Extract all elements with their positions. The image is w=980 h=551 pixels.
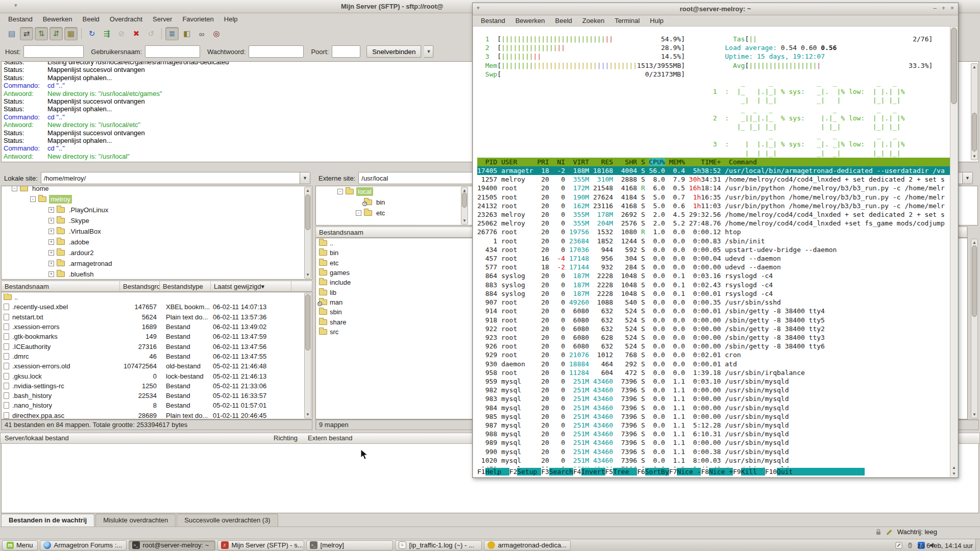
find-files-icon[interactable]: ◎: [210, 27, 223, 40]
tree-item-home[interactable]: -home: [2, 186, 312, 194]
tab-2[interactable]: Mislukte overdrachten: [95, 514, 176, 527]
filter-icon[interactable]: ≣: [165, 27, 179, 40]
menu-bewerken[interactable]: Bewerken: [39, 14, 77, 24]
minimize-button[interactable]: –: [933, 5, 937, 12]
expand-icon[interactable]: +: [48, 218, 54, 223]
password-input[interactable]: [249, 45, 304, 58]
synchronized-browsing-icon[interactable]: ∞: [195, 27, 208, 40]
close-button[interactable]: ×: [950, 5, 954, 12]
menu-help[interactable]: Help: [220, 14, 242, 24]
disconnect-icon[interactable]: ✖: [130, 27, 143, 40]
queue-column[interactable]: Richting: [274, 434, 298, 442]
local-file-list[interactable]: ...recently-used.xbel147657XBEL bookm...…: [1, 292, 312, 419]
tab-1[interactable]: Bestanden in de wachtrij: [1, 514, 94, 527]
local-list-scrollbar[interactable]: ▼: [304, 293, 311, 418]
terminal-menu-bewerken[interactable]: Bewerken: [511, 16, 549, 26]
queue-column[interactable]: Extern bestand: [308, 434, 352, 442]
table-row[interactable]: netstart.txt5624Plain text do...06-02-11…: [2, 312, 312, 322]
expand-icon[interactable]: +: [48, 229, 54, 234]
table-row[interactable]: .gtk-bookmarks149Bestand06-02-11 13:47:5…: [2, 332, 312, 341]
toggle-local-tree-icon[interactable]: ⇅: [35, 27, 48, 40]
table-row[interactable]: .xsession-errors.old107472564old-bestand…: [2, 361, 312, 371]
mouse-icon[interactable]: [906, 542, 914, 549]
menu-overdracht[interactable]: Overdracht: [106, 14, 146, 24]
table-row[interactable]: .xsession-errors1689Bestand06-02-11 13:4…: [2, 322, 312, 332]
tree-item-bluefish[interactable]: +.bluefish: [2, 269, 312, 280]
column-header-bestandsgro[interactable]: Bestandsgro: [120, 281, 160, 291]
terminal-menu-beeld[interactable]: Beeld: [551, 16, 576, 26]
tree-item-armagetronad[interactable]: +.armagetronad: [2, 258, 312, 269]
terminal-menu-bestand[interactable]: Bestand: [477, 16, 509, 26]
local-tree-pane[interactable]: -home-melroy+.PlayOnLinux+.Skype+.Virtua…: [1, 186, 312, 280]
username-input[interactable]: [145, 45, 200, 58]
expand-icon[interactable]: +: [48, 261, 54, 266]
pane-splitter[interactable]: [312, 169, 315, 432]
quickconnect-dropdown-icon[interactable]: ▼: [424, 45, 433, 58]
expand-icon[interactable]: +: [48, 239, 54, 245]
terminal-body[interactable]: 1 [|||||||||||||||||||||||||||| 54.9%] T…: [473, 27, 958, 477]
taskbar-window-button[interactable]: ZMijn Server (SFTP) - s...: [217, 540, 304, 550]
column-header-laatst-gewijzigd[interactable]: Laatst gewijzigd ▾: [211, 281, 291, 291]
terminal-menu-hulp[interactable]: Hulp: [646, 16, 668, 26]
local-tree-scrollbar[interactable]: ▲▼: [304, 187, 311, 279]
collapse-icon[interactable]: -: [337, 189, 343, 194]
menu-favorieten[interactable]: Favorieten: [178, 14, 217, 24]
maximize-button[interactable]: +: [942, 5, 945, 12]
queue-column[interactable]: Server/lokaal bestand: [5, 434, 69, 442]
taskbar-window-button[interactable]: >_[melroy]: [306, 540, 393, 550]
menu-beeld[interactable]: Beeld: [79, 14, 104, 24]
quickconnect-button[interactable]: Snelverbinden: [366, 45, 421, 58]
tree-item-ardour2[interactable]: +.ardour2: [2, 247, 312, 258]
terminal-scrollbar[interactable]: ▲ ▼: [950, 27, 958, 477]
collapse-icon[interactable]: -: [356, 210, 361, 216]
port-input[interactable]: [332, 45, 360, 58]
refresh-icon[interactable]: ↻: [85, 27, 99, 40]
chevron-down-icon[interactable]: ▼: [962, 172, 972, 184]
tree-item-adobe[interactable]: +.adobe: [2, 237, 312, 247]
table-row[interactable]: .nano_history8Bestand05-02-11 01:57:01: [2, 400, 312, 410]
table-row[interactable]: .bash_history22534Bestand05-02-11 16:33:…: [2, 391, 312, 400]
menu-server[interactable]: Server: [149, 14, 176, 24]
remote-list-scrollbar[interactable]: ▲ ▼: [971, 239, 978, 418]
column-header-bestandstype[interactable]: Bestandstype: [160, 281, 211, 291]
site-manager-icon[interactable]: ▤: [5, 27, 18, 40]
table-row[interactable]: .dmrc46Bestand06-02-11 13:47:55: [2, 352, 312, 361]
toggle-queue-icon[interactable]: ▦: [64, 27, 78, 40]
expand-icon[interactable]: +: [48, 207, 54, 213]
toggle-remote-tree-icon[interactable]: ⇵: [50, 27, 63, 40]
table-row[interactable]: .gksu.lock0lock-bestand05-02-11 21:46:13: [2, 371, 312, 381]
window-menu-caret-icon[interactable]: ▾: [14, 2, 17, 9]
menu-bestand[interactable]: Bestand: [4, 14, 37, 24]
table-row[interactable]: .recently-used.xbel147657XBEL bookm...06…: [2, 302, 312, 312]
local-site-combo[interactable]: /home/melroy/ ▼: [41, 172, 310, 184]
expand-icon[interactable]: +: [48, 271, 54, 277]
table-row[interactable]: .ICEauthority27316Bestand06-02-11 13:47:…: [2, 341, 312, 351]
table-row[interactable]: .nvidia-settings-rc1250Bestand05-02-11 2…: [2, 381, 312, 391]
terminal-menu-zoeken[interactable]: Zoeken: [578, 16, 608, 26]
process-queue-icon[interactable]: ⇶: [100, 27, 113, 40]
tree-item-PlayOnLinux[interactable]: +.PlayOnLinux: [2, 205, 312, 215]
edit-icon[interactable]: [895, 542, 902, 549]
host-input[interactable]: [23, 45, 84, 58]
htop-function-bar[interactable]: F1Help F2Setup F3SearchF4InvertF5Tree F6…: [473, 467, 950, 476]
taskbar-window-button[interactable]: Armagetron Forums :...: [40, 540, 127, 550]
tab-3[interactable]: Succesvolle overdrachten (3): [177, 514, 278, 527]
chevron-down-icon[interactable]: ▼: [300, 172, 310, 184]
table-row[interactable]: ..: [2, 292, 312, 302]
log-scrollbar[interactable]: ▲ ▼: [971, 63, 978, 160]
terminal-menu-terminal[interactable]: Terminal: [610, 16, 644, 26]
menu-button[interactable]: m Menu: [2, 540, 38, 550]
directory-comparison-icon[interactable]: ◧: [180, 27, 193, 40]
terminal-titlebar[interactable]: ▾ root@server-melroy: ~ – + ×: [473, 3, 958, 15]
tree-item-VirtualBox[interactable]: +.VirtualBox: [2, 226, 312, 237]
clock[interactable]: zo 6 feb, 14:14 uur: [918, 539, 973, 551]
taskbar-window-button[interactable]: armagetronad-dedica...: [484, 540, 571, 550]
table-row[interactable]: directhex.ppa.asc28689Plain text do...01…: [2, 411, 312, 419]
collapse-icon[interactable]: -: [30, 196, 36, 202]
expand-icon[interactable]: +: [48, 250, 54, 256]
show-desktop-button[interactable]: [975, 539, 980, 551]
taskbar-window-button[interactable]: >_root@server-melroy: ~: [129, 540, 215, 550]
collapse-icon[interactable]: -: [12, 186, 17, 191]
tree-item-Skype[interactable]: +.Skype: [2, 215, 312, 226]
column-header-bestandsnaam[interactable]: Bestandsnaam: [2, 281, 120, 291]
